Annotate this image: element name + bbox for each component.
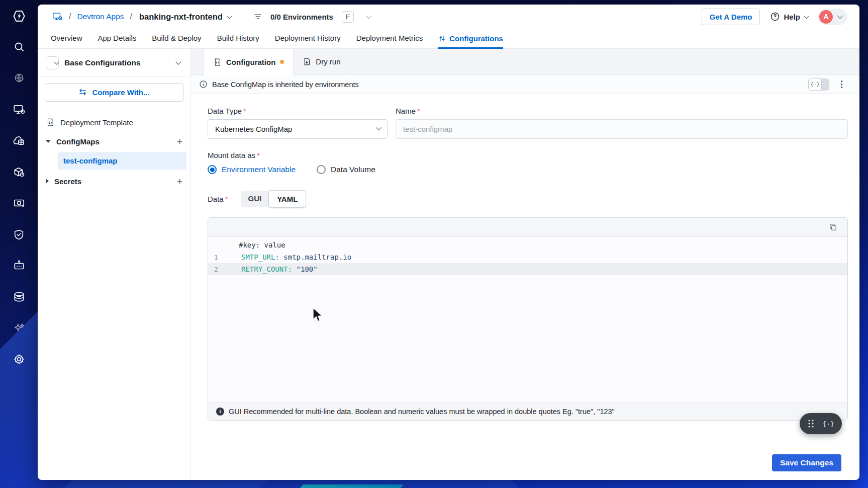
radio-selected-icon bbox=[208, 165, 217, 174]
editor-footer-note: GUI Recommended for multi-line data. Boo… bbox=[229, 408, 615, 416]
line-number: 2 bbox=[208, 266, 224, 273]
name-label: Name* bbox=[396, 107, 848, 115]
mode-gui-button[interactable]: GUI bbox=[241, 191, 269, 207]
yaml-line: 1 SMTP_URL: smtp.mailtrap.io bbox=[208, 251, 847, 263]
info-filled-icon: i bbox=[216, 408, 224, 416]
compare-arrows-icon bbox=[78, 88, 87, 97]
tab-build-history[interactable]: Build History bbox=[217, 34, 259, 48]
environment-filter-badge: F bbox=[342, 11, 354, 23]
breadcrumb-devtron-apps-link[interactable]: Devtron Apps bbox=[77, 12, 124, 21]
chevron-down-icon[interactable] bbox=[175, 59, 181, 64]
radio-data-volume[interactable]: Data Volume bbox=[317, 165, 375, 174]
drag-handle-icon[interactable] bbox=[807, 419, 815, 428]
caret-right-icon bbox=[46, 179, 49, 184]
get-a-demo-button[interactable]: Get A Demo bbox=[702, 9, 760, 25]
applications-icon[interactable] bbox=[10, 100, 29, 119]
compare-with-button[interactable]: Compare With... bbox=[45, 83, 183, 102]
yaml-editor-body[interactable]: #key: value 1 SMTP_URL: smtp.mailtrap.io… bbox=[208, 237, 847, 402]
help-label: Help bbox=[784, 13, 800, 21]
unsaved-changes-dot bbox=[280, 60, 284, 64]
sidebar-group-secrets[interactable]: Secrets + bbox=[38, 172, 190, 191]
configmap-form: Data Type* Kubernetes ConfigMap Name* te… bbox=[191, 94, 859, 445]
user-menu[interactable]: A bbox=[818, 9, 847, 25]
name-field: Name* test-configmap bbox=[396, 107, 848, 139]
required-asterisk: * bbox=[257, 151, 260, 159]
sliders-icon bbox=[438, 35, 446, 42]
app-tab-bar: Overview App Details Build & Deploy Buil… bbox=[38, 29, 859, 49]
braces-icon: {·} bbox=[808, 78, 822, 91]
tab-dry-run[interactable]: Dry run bbox=[294, 49, 350, 74]
sidebar-group-configmaps[interactable]: ConfigMaps + bbox=[38, 132, 190, 151]
top-bar-right: Get A Demo Help A bbox=[702, 9, 847, 25]
sidebar-item-test-configmap[interactable]: test-configmap bbox=[58, 152, 186, 170]
help-menu[interactable]: Help bbox=[770, 12, 808, 22]
global-configurations-icon[interactable] bbox=[10, 69, 29, 88]
yaml-editor-footer: i GUI Recommended for multi-line data. B… bbox=[208, 402, 847, 420]
required-asterisk: * bbox=[417, 107, 420, 115]
code-view-toggle[interactable]: {·} bbox=[808, 78, 829, 91]
background-accent bbox=[300, 484, 404, 488]
tab-deployment-history[interactable]: Deployment History bbox=[275, 34, 341, 48]
applications-breadcrumb-icon bbox=[52, 11, 63, 22]
chevron-down-icon bbox=[376, 124, 381, 130]
breadcrumb-app-name[interactable]: banking-nxt-frontend bbox=[139, 12, 223, 22]
resource-browser-icon[interactable] bbox=[10, 194, 29, 213]
form-footer: Save Changes bbox=[191, 445, 859, 480]
environments-selector[interactable]: 0/0 Environments bbox=[270, 13, 333, 21]
line-number: 1 bbox=[208, 254, 224, 261]
yaml-editor: #key: value 1 SMTP_URL: smtp.mailtrap.io… bbox=[208, 217, 848, 421]
security-icon[interactable] bbox=[10, 225, 29, 244]
add-secret-button[interactable]: + bbox=[177, 177, 182, 186]
ai-assistant-icon[interactable] bbox=[10, 318, 29, 338]
search-icon[interactable] bbox=[10, 38, 29, 57]
inheritance-banner: Base ConfigMap is inherited by environme… bbox=[191, 75, 859, 94]
mode-yaml-button[interactable]: YAML bbox=[268, 190, 306, 208]
config-nav-list: Deployment Template ConfigMaps + test-co… bbox=[38, 113, 190, 191]
data-field: Data* GUI YAML bbox=[208, 191, 848, 207]
jobs-icon[interactable] bbox=[10, 256, 29, 275]
required-asterisk: * bbox=[243, 107, 246, 115]
sidebar-item-deployment-template[interactable]: Deployment Template bbox=[38, 113, 190, 132]
radio-environment-variable[interactable]: Environment Variable bbox=[208, 165, 296, 174]
copy-icon[interactable] bbox=[829, 223, 837, 231]
tab-overview[interactable]: Overview bbox=[51, 34, 82, 48]
config-sidebar-header: Base Configurations bbox=[38, 49, 190, 76]
devtron-logo-icon[interactable] bbox=[10, 7, 29, 26]
tab-configuration[interactable]: Configuration bbox=[204, 49, 294, 75]
top-bar: / Devtron Apps / banking-nxt-frontend 0/… bbox=[38, 5, 859, 29]
help-circle-icon bbox=[770, 12, 780, 22]
settings-gear-icon[interactable] bbox=[10, 350, 29, 369]
tab-configurations[interactable]: Configurations bbox=[438, 34, 503, 49]
yaml-hint-line: #key: value bbox=[208, 239, 847, 251]
chevron-down-icon[interactable] bbox=[366, 13, 371, 19]
clusters-icon[interactable] bbox=[10, 287, 29, 306]
config-sidebar-title: Base Configurations bbox=[64, 58, 141, 67]
mount-data-label: Mount data as* bbox=[208, 151, 848, 159]
app-groups-icon[interactable] bbox=[10, 131, 29, 150]
data-type-select[interactable]: Kubernetes ConfigMap bbox=[208, 119, 388, 139]
radio-unselected-icon bbox=[317, 165, 326, 174]
data-type-field: Data Type* Kubernetes ConfigMap bbox=[208, 107, 388, 139]
tab-app-details[interactable]: App Details bbox=[98, 34, 137, 48]
back-button[interactable] bbox=[46, 56, 59, 69]
chart-store-icon[interactable] bbox=[10, 162, 29, 182]
config-sidebar: Base Configurations Compare With... Depl… bbox=[38, 49, 191, 480]
add-configmap-button[interactable]: + bbox=[177, 137, 182, 146]
required-asterisk: * bbox=[225, 195, 228, 203]
save-changes-button[interactable]: Save Changes bbox=[772, 454, 841, 471]
info-icon bbox=[199, 80, 208, 89]
name-input: test-configmap bbox=[396, 119, 848, 139]
primary-nav-rail bbox=[0, 0, 38, 488]
banner-text: Base ConfigMap is inherited by environme… bbox=[212, 80, 359, 89]
breadcrumb-separator: / bbox=[130, 12, 132, 21]
app-window: / Devtron Apps / banking-nxt-frontend 0/… bbox=[38, 5, 859, 480]
file-code-icon bbox=[213, 58, 222, 66]
data-type-label: Data Type* bbox=[208, 107, 388, 115]
braces-icon[interactable]: {·} bbox=[822, 420, 834, 428]
data-label: Data* bbox=[208, 195, 228, 203]
banner-controls: {·} ⋮ bbox=[808, 78, 846, 91]
chevron-down-icon[interactable] bbox=[227, 13, 232, 19]
tab-deployment-metrics[interactable]: Deployment Metrics bbox=[356, 34, 423, 48]
kebab-menu-icon[interactable]: ⋮ bbox=[837, 80, 846, 89]
tab-build-deploy[interactable]: Build & Deploy bbox=[152, 34, 201, 48]
